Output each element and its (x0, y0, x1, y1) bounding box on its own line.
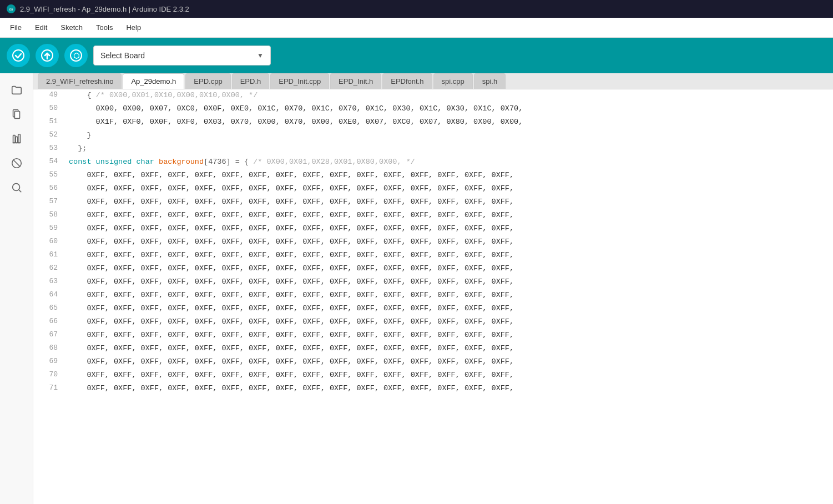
line-number: 49 (33, 89, 67, 103)
svg-line-12 (13, 159, 20, 167)
table-row: 70 0XFF, 0XFF, 0XFF, 0XFF, 0XFF, 0XFF, 0… (33, 369, 833, 382)
menu-sketch[interactable]: Sketch (55, 21, 88, 34)
line-content: 0XFF, 0XFF, 0XFF, 0XFF, 0XFF, 0XFF, 0XFF… (67, 356, 833, 369)
line-number: 69 (33, 356, 67, 369)
svg-text:⬡: ⬡ (73, 52, 79, 60)
verify-button[interactable] (7, 44, 30, 67)
line-content: 0XFF, 0XFF, 0XFF, 0XFF, 0XFF, 0XFF, 0XFF… (67, 223, 833, 236)
tab-EPD-cpp[interactable]: EPD.cpp (185, 73, 230, 89)
line-number: 70 (33, 369, 67, 382)
table-row: 58 0XFF, 0XFF, 0XFF, 0XFF, 0XFF, 0XFF, 0… (33, 209, 833, 223)
line-content: 0XFF, 0XFF, 0XFF, 0XFF, 0XFF, 0XFF, 0XFF… (67, 289, 833, 303)
chevron-down-icon: ▼ (257, 52, 264, 59)
line-number: 56 (33, 183, 67, 196)
tab-EPD_Init-h[interactable]: EPD_Init.h (330, 73, 381, 89)
table-row: 68 0XFF, 0XFF, 0XFF, 0XFF, 0XFF, 0XFF, 0… (33, 342, 833, 356)
line-content: 0XFF, 0XFF, 0XFF, 0XFF, 0XFF, 0XFF, 0XFF… (67, 382, 833, 396)
table-row: 61 0XFF, 0XFF, 0XFF, 0XFF, 0XFF, 0XFF, 0… (33, 249, 833, 263)
line-content: 0XFF, 0XFF, 0XFF, 0XFF, 0XFF, 0XFF, 0XFF… (67, 369, 833, 382)
table-row: 63 0XFF, 0XFF, 0XFF, 0XFF, 0XFF, 0XFF, 0… (33, 276, 833, 289)
table-row: 65 0XFF, 0XFF, 0XFF, 0XFF, 0XFF, 0XFF, 0… (33, 303, 833, 316)
table-row: 71 0XFF, 0XFF, 0XFF, 0XFF, 0XFF, 0XFF, 0… (33, 382, 833, 396)
line-number: 66 (33, 316, 67, 329)
line-number: 57 (33, 196, 67, 209)
tab-EPD-h[interactable]: EPD.h (232, 73, 270, 89)
tab-EPDfont-h[interactable]: EPDfont.h (382, 73, 432, 89)
line-number: 62 (33, 263, 67, 276)
debug-sidebar-icon[interactable] (7, 153, 27, 173)
line-content: 0X1F, 0XF0, 0X0F, 0XF0, 0X03, 0X70, 0X00… (67, 116, 833, 129)
table-row: 54const unsigned char background[4736] =… (33, 156, 833, 169)
tab-2-9_WIFI_refresh-ino[interactable]: 2.9_WIFI_refresh.ino (38, 73, 122, 89)
line-number: 61 (33, 249, 67, 263)
svg-rect-10 (18, 134, 20, 143)
tab-Ap_29demo-h[interactable]: Ap_29demo.h (123, 73, 184, 89)
title-bar: ∞ 2.9_WIFI_refresh - Ap_29demo.h | Ardui… (0, 0, 833, 18)
line-content: const unsigned char background[4736] = {… (67, 156, 833, 169)
svg-rect-6 (14, 112, 19, 119)
line-content: 0XFF, 0XFF, 0XFF, 0XFF, 0XFF, 0XFF, 0XFF… (67, 249, 833, 263)
folder-icon[interactable] (7, 80, 27, 100)
tabs-bar: 2.9_WIFI_refresh.inoAp_29demo.hEPD.cppEP… (33, 73, 833, 89)
app-icon: ∞ (7, 4, 16, 13)
menu-bar: File Edit Sketch Tools Help (0, 18, 833, 38)
line-number: 59 (33, 223, 67, 236)
line-number: 65 (33, 303, 67, 316)
line-content: 0XFF, 0XFF, 0XFF, 0XFF, 0XFF, 0XFF, 0XFF… (67, 236, 833, 249)
table-row: 62 0XFF, 0XFF, 0XFF, 0XFF, 0XFF, 0XFF, 0… (33, 263, 833, 276)
board-selector[interactable]: Select Board ▼ (93, 46, 271, 65)
svg-rect-9 (16, 137, 18, 143)
title-text: 2.9_WIFI_refresh - Ap_29demo.h | Arduino… (20, 5, 189, 13)
line-content: 0XFF, 0XFF, 0XFF, 0XFF, 0XFF, 0XFF, 0XFF… (67, 183, 833, 196)
line-number: 67 (33, 329, 67, 342)
line-number: 51 (33, 116, 67, 129)
line-content: 0XFF, 0XFF, 0XFF, 0XFF, 0XFF, 0XFF, 0XFF… (67, 196, 833, 209)
line-content: 0XFF, 0XFF, 0XFF, 0XFF, 0XFF, 0XFF, 0XFF… (67, 342, 833, 356)
svg-point-13 (12, 184, 19, 191)
table-row: 53 }; (33, 143, 833, 156)
line-content: 0XFF, 0XFF, 0XFF, 0XFF, 0XFF, 0XFF, 0XFF… (67, 263, 833, 276)
line-content: 0XFF, 0XFF, 0XFF, 0XFF, 0XFF, 0XFF, 0XFF… (67, 169, 833, 183)
menu-tools[interactable]: Tools (90, 21, 118, 34)
code-editor[interactable]: 49 { /* 0X00,0X01,0X10,0X00,0X10,0X00, *… (33, 89, 833, 504)
line-content: { /* 0X00,0X01,0X10,0X00,0X10,0X00, */ (67, 89, 833, 103)
line-number: 63 (33, 276, 67, 289)
table-row: 50 0X00, 0X00, 0X07, 0XC0, 0X0F, 0XE0, 0… (33, 103, 833, 116)
table-row: 60 0XFF, 0XFF, 0XFF, 0XFF, 0XFF, 0XFF, 0… (33, 236, 833, 249)
toolbar: ⬡ Select Board ▼ (0, 38, 833, 73)
svg-rect-8 (13, 135, 15, 143)
table-row: 51 0X1F, 0XF0, 0X0F, 0XF0, 0X03, 0X70, 0… (33, 116, 833, 129)
line-number: 54 (33, 156, 67, 169)
line-number: 55 (33, 169, 67, 183)
line-content: 0XFF, 0XFF, 0XFF, 0XFF, 0XFF, 0XFF, 0XFF… (67, 276, 833, 289)
line-content: 0XFF, 0XFF, 0XFF, 0XFF, 0XFF, 0XFF, 0XFF… (67, 329, 833, 342)
editor-area: 2.9_WIFI_refresh.inoAp_29demo.hEPD.cppEP… (33, 73, 833, 504)
bookshelf-icon[interactable] (7, 129, 27, 149)
table-row: 56 0XFF, 0XFF, 0XFF, 0XFF, 0XFF, 0XFF, 0… (33, 183, 833, 196)
menu-help[interactable]: Help (120, 21, 147, 34)
line-number: 71 (33, 382, 67, 396)
line-number: 50 (33, 103, 67, 116)
menu-edit[interactable]: Edit (29, 21, 53, 34)
main-area: 2.9_WIFI_refresh.inoAp_29demo.hEPD.cppEP… (0, 73, 833, 504)
svg-point-0 (13, 50, 24, 61)
table-row: 57 0XFF, 0XFF, 0XFF, 0XFF, 0XFF, 0XFF, 0… (33, 196, 833, 209)
files-icon[interactable] (7, 104, 27, 124)
line-number: 52 (33, 129, 67, 143)
table-row: 55 0XFF, 0XFF, 0XFF, 0XFF, 0XFF, 0XFF, 0… (33, 169, 833, 183)
line-content: 0XFF, 0XFF, 0XFF, 0XFF, 0XFF, 0XFF, 0XFF… (67, 209, 833, 223)
upload-button[interactable] (36, 44, 59, 67)
tab-spi-h[interactable]: spi.h (474, 73, 506, 89)
search-icon[interactable] (7, 178, 27, 198)
line-number: 64 (33, 289, 67, 303)
menu-file[interactable]: File (4, 21, 27, 34)
line-number: 58 (33, 209, 67, 223)
table-row: 64 0XFF, 0XFF, 0XFF, 0XFF, 0XFF, 0XFF, 0… (33, 289, 833, 303)
line-number: 53 (33, 143, 67, 156)
debug-button[interactable]: ⬡ (64, 44, 88, 67)
tab-EPD_Init-cpp[interactable]: EPD_Init.cpp (270, 73, 329, 89)
line-number: 68 (33, 342, 67, 356)
sidebar (0, 73, 33, 504)
line-number: 60 (33, 236, 67, 249)
tab-spi-cpp[interactable]: spi.cpp (433, 73, 473, 89)
